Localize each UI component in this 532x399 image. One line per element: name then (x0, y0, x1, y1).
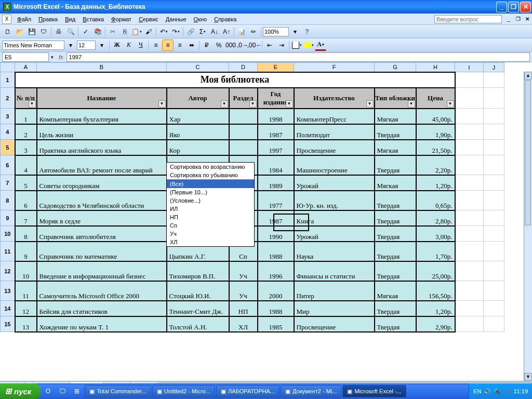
align-left-icon[interactable]: ≡ (150, 39, 162, 51)
taskbar-item[interactable]: ▣Untitled2 - Micro... (152, 385, 215, 397)
cell-G3[interactable]: Мягкая (375, 109, 416, 124)
menu-file[interactable]: Файл (14, 15, 35, 24)
sort-asc-icon[interactable]: A↓ (209, 26, 220, 37)
maximize-button[interactable]: ❐ (508, 2, 519, 12)
merge-center-icon[interactable]: ⬌ (186, 39, 197, 51)
row-header-3[interactable]: 3 (1, 109, 15, 124)
zoom-input[interactable] (263, 27, 289, 36)
row-header-6[interactable]: 6 (1, 155, 15, 175)
cell-E8[interactable]: 1977 (258, 191, 294, 210)
copy-icon[interactable]: ⎘ (119, 26, 130, 37)
cell-E3[interactable]: 1998 (258, 109, 294, 124)
cell-G8[interactable]: Твердая (375, 191, 416, 210)
row-header-9[interactable]: 9 (1, 210, 15, 226)
font-name-dropdown-icon[interactable]: ▾ (65, 39, 76, 51)
cell-H7[interactable]: 1,20р. (416, 175, 455, 191)
cell-B15[interactable]: Хождение по мукам Т. 1 (37, 316, 167, 332)
filter-dropdown-icon[interactable]: ▼ (249, 100, 257, 108)
fx-icon[interactable]: fx (59, 54, 63, 60)
col-header-H[interactable]: H (416, 63, 455, 72)
filter-dropdown-icon[interactable]: ▼ (408, 100, 415, 108)
open-icon[interactable]: 📂 (14, 26, 25, 37)
bold-icon[interactable]: Ж (111, 39, 123, 51)
row-header-15[interactable]: 15 (1, 316, 15, 332)
cell-E7[interactable]: 1989 (258, 175, 294, 191)
table-header-1[interactable]: Название▼ (37, 88, 167, 109)
filter-dropdown-icon[interactable]: ▼ (447, 100, 454, 108)
cell-D12[interactable]: Уч (229, 261, 258, 281)
row-header-13[interactable]: 13 (1, 281, 15, 301)
cell-B3[interactable]: Компьютерная бухгалтерия (37, 109, 167, 124)
menu-help[interactable]: Справка (210, 15, 240, 24)
cell-E11[interactable]: 1988 (258, 242, 294, 261)
cell-A8[interactable]: 6 (15, 191, 37, 210)
cell-A7[interactable]: 5 (15, 175, 37, 191)
row-header-11[interactable]: 11 (1, 242, 15, 261)
cell-F5[interactable]: Просвещение (294, 140, 375, 155)
cell-H3[interactable]: 45,00р. (416, 109, 455, 124)
menu-format[interactable]: Формат (108, 15, 135, 24)
menu-edit[interactable]: Правка (35, 15, 61, 24)
research-icon[interactable]: 📚 (92, 26, 103, 37)
tray-network-icon[interactable]: 🔌 (494, 388, 501, 395)
cell-D3[interactable] (229, 109, 258, 124)
taskbar-item[interactable]: ▣Microsoft Excel -... (342, 385, 406, 397)
fill-color-icon[interactable] (303, 39, 314, 51)
menu-window[interactable]: Окно (190, 15, 211, 24)
col-header-I[interactable]: I (455, 63, 484, 72)
scroll-down-icon[interactable]: ▼ (524, 373, 532, 381)
font-size-input[interactable] (77, 41, 96, 50)
row-header-8[interactable]: 8 (1, 191, 15, 210)
cell-H14[interactable]: 1,20р. (416, 301, 455, 316)
cell-H8[interactable]: 0,65р. (416, 191, 455, 210)
cell-G12[interactable]: Твердая (375, 261, 416, 281)
cell-B13[interactable]: Самоучитель Microsoft Office 2000 (37, 281, 167, 301)
percent-icon[interactable]: % (213, 39, 224, 51)
filter-dropdown-icon[interactable]: ▼ (366, 100, 374, 108)
cell-E12[interactable]: 1996 (258, 261, 294, 281)
doc-restore-button[interactable]: ❐ (514, 16, 522, 23)
col-header-F[interactable]: F (294, 63, 375, 72)
cell-F6[interactable]: Машиностроение (294, 155, 375, 175)
filter-dropdown-icon[interactable]: ▼ (29, 100, 36, 108)
row-header-12[interactable]: 12 (1, 261, 15, 281)
cell-B4[interactable]: Цель жизни (37, 124, 167, 140)
col-header-G[interactable]: G (375, 63, 416, 72)
chart-wizard-icon[interactable]: 📊 (236, 26, 247, 37)
autosum-icon[interactable]: Σ (197, 26, 208, 37)
cell-B7[interactable]: Советы огородникам (37, 175, 167, 191)
menu-tools[interactable]: Сервис (135, 15, 162, 24)
row-header-10[interactable]: 10 (1, 226, 15, 242)
cell-H12[interactable]: 25,00р. (416, 261, 455, 281)
cell-A14[interactable]: 12 (15, 301, 37, 316)
hyperlink-icon[interactable]: 🔗 (185, 26, 196, 37)
cell-H4[interactable]: 1,90р. (416, 124, 455, 140)
cell-G13[interactable]: Мягкая (375, 281, 416, 301)
cell-G10[interactable]: Твердая (375, 226, 416, 242)
cell-A5[interactable]: 3 (15, 140, 37, 155)
tray-lang[interactable]: EN (473, 388, 481, 394)
cell-H9[interactable]: 2,80р. (416, 210, 455, 226)
cell-A11[interactable]: 9 (15, 242, 37, 261)
zoom-dropdown-icon[interactable]: ▾ (289, 26, 301, 37)
quicklaunch-tc-icon[interactable]: ⊞ (71, 385, 83, 397)
cell-B11[interactable]: Справочник по математике (37, 242, 167, 261)
cell-H5[interactable]: 21,50р. (416, 140, 455, 155)
increase-indent-icon[interactable]: ⇥ (276, 39, 287, 51)
menu-view[interactable]: Вид (61, 15, 79, 24)
cell-B10[interactable]: Справочник автолюбителя (37, 226, 167, 242)
help-search-input[interactable] (434, 15, 502, 23)
row-header-1[interactable]: 1 (1, 72, 15, 88)
table-header-2[interactable]: Автор▼ (167, 88, 229, 109)
doc-close-button[interactable]: ✕ (523, 16, 531, 23)
col-header-J[interactable]: J (484, 63, 504, 72)
decrease-indent-icon[interactable]: ⇤ (264, 39, 275, 51)
drawing-icon[interactable]: ✏ (248, 26, 259, 37)
cell-A15[interactable]: 13 (15, 316, 37, 332)
table-header-0[interactable]: № п/п▼ (15, 88, 37, 109)
paste-icon[interactable]: 📋 (131, 26, 142, 37)
currency-icon[interactable]: ₽ (201, 39, 212, 51)
quicklaunch-desktop-icon[interactable]: 🖵 (56, 385, 69, 397)
cell-F10[interactable]: Урожай (294, 226, 375, 242)
decrease-decimal-icon[interactable]: ,00← (249, 39, 260, 51)
